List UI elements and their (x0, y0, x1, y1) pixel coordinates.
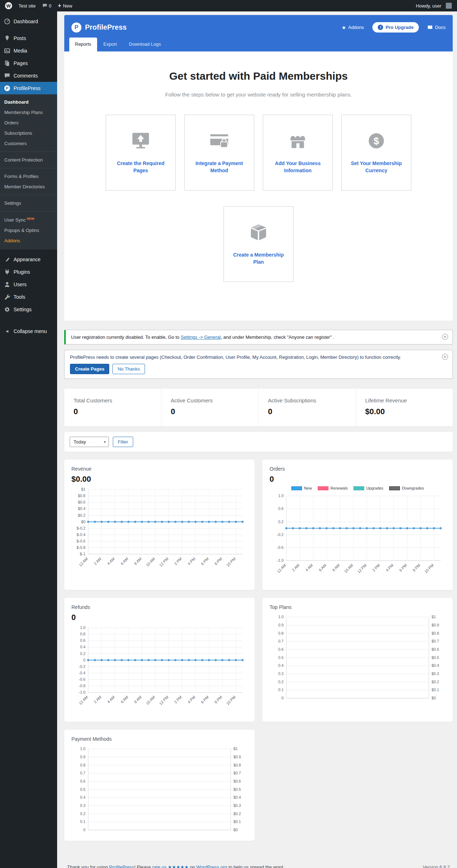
admin-sidebar: Dashboard Posts Media Pages Comments P (0, 11, 57, 868)
sidebar-item-plugins[interactable]: Plugins (0, 266, 57, 278)
svg-text:8 PM: 8 PM (412, 563, 421, 572)
submenu-item-user-sync[interactable]: User SyncNEW (0, 214, 57, 225)
svg-text:2 AM: 2 AM (291, 563, 300, 572)
stat-active-subscriptions: Active Subscriptions 0 (259, 389, 356, 426)
howdy-user-menu[interactable]: Howdy, user (416, 3, 452, 9)
stat-label: Lifetime Revenue (365, 397, 443, 403)
chart-value: 0 (270, 475, 446, 484)
svg-text:-0.6: -0.6 (277, 545, 284, 550)
submenu-item-dashboard[interactable]: Dashboard (0, 97, 57, 107)
svg-text:0.4: 0.4 (278, 664, 283, 668)
legend-swatch (389, 486, 400, 490)
profilepress-link[interactable]: ProfilePress (109, 864, 134, 868)
submenu-item-forms-profiles[interactable]: Forms & Profiles (0, 171, 57, 182)
no-thanks-button[interactable]: No Thanks (112, 364, 145, 374)
sidebar-item-label: Plugins (14, 269, 30, 275)
svg-text:10 PM: 10 PM (225, 556, 236, 567)
dismiss-notice-icon[interactable]: ✕ (442, 334, 448, 340)
top-plans-chart: 1.0$10.9$0.90.8$0.80.7$0.70.6$0.60.5$0.5… (270, 614, 446, 704)
legend-item-downgrades[interactable]: Downgrades (389, 486, 424, 490)
svg-text:0.3: 0.3 (80, 803, 85, 808)
header-addons-link[interactable]: ★ Addons (342, 25, 364, 30)
svg-text:$-0.2: $-0.2 (77, 526, 86, 530)
plug-icon (4, 268, 10, 275)
svg-text:$1: $1 (81, 487, 85, 491)
submenu-item-membership-plans[interactable]: Membership Plans (0, 107, 57, 118)
legend-item-upgrades[interactable]: Upgrades (353, 486, 383, 490)
svg-text:6 AM: 6 AM (120, 556, 129, 566)
submenu-item-member-directories[interactable]: Member Directories (0, 182, 57, 192)
comment-icon (42, 3, 47, 8)
card-integrate-payment-method[interactable]: Integrate a Payment Method (184, 115, 254, 190)
svg-text:0.6: 0.6 (80, 639, 85, 643)
rate-us-link[interactable]: rate us ★★★★★ (152, 864, 189, 868)
svg-text:0.9: 0.9 (278, 623, 283, 627)
reports-tab-bar: Reports Export Download Logs (64, 38, 453, 51)
filter-button[interactable]: Filter (113, 437, 133, 447)
sidebar-item-comments[interactable]: Comments (0, 69, 57, 82)
filter-period-select[interactable]: Today (70, 437, 109, 447)
sidebar-item-label: Dashboard (14, 19, 38, 24)
legend-item-renewals[interactable]: Renewals (318, 486, 348, 490)
svg-text:$0.6: $0.6 (233, 779, 241, 783)
sidebar-item-pages[interactable]: Pages (0, 57, 57, 69)
sidebar-item-users[interactable]: Users (0, 278, 57, 291)
svg-text:4 PM: 4 PM (187, 695, 196, 704)
submenu-item-addons[interactable]: Addons (0, 235, 57, 246)
svg-text:1.0: 1.0 (278, 615, 283, 619)
card-set-membership-currency[interactable]: $ Set Your Membership Currency (341, 115, 411, 190)
submenu-item-content-protection[interactable]: Content Protection (0, 155, 57, 165)
new-content-button[interactable]: + New (58, 3, 72, 9)
card-add-business-information[interactable]: Add Your Business Information (263, 115, 333, 190)
sidebar-item-media[interactable]: Media (0, 44, 57, 57)
svg-text:1.0: 1.0 (80, 747, 85, 751)
site-name-link[interactable]: Test site (19, 3, 36, 9)
dismiss-notice-icon[interactable]: ✕ (442, 354, 448, 360)
svg-text:-0.2: -0.2 (277, 532, 284, 537)
sidebar-item-profilepress[interactable]: P ProfilePress (0, 82, 57, 94)
wordpress-org-link[interactable]: WordPress.org (196, 864, 227, 868)
sidebar-item-tools[interactable]: Tools (0, 291, 57, 303)
submenu-item-customers[interactable]: Customers (0, 138, 57, 149)
collapse-menu-button[interactable]: ◀ Collapse menu (0, 325, 57, 337)
profilepress-logo: P ProfilePress (71, 23, 127, 33)
header-docs-link[interactable]: Docs (427, 25, 446, 30)
submenu-item-popups-optins[interactable]: Popups & Optins (0, 225, 57, 235)
card-create-required-pages[interactable]: Create the Required Pages (106, 115, 176, 190)
svg-text:0.2: 0.2 (80, 812, 85, 816)
pro-upgrade-button[interactable]: i Pro Upgrade (372, 22, 419, 33)
svg-text:$0: $0 (233, 828, 238, 832)
tab-reports[interactable]: Reports (69, 38, 97, 51)
sidebar-item-dashboard[interactable]: Dashboard (0, 15, 57, 28)
card-create-membership-plan[interactable]: Create a Membership Plan (224, 206, 293, 282)
revenue-chart: $1$0.8$0.6$0.4$0.2$0$-0.2$-0.4$-0.6$-0.8… (71, 486, 247, 579)
sidebar-item-settings[interactable]: Settings (0, 303, 57, 316)
admin-menu-lower: Appearance Plugins Users Tools Settings … (0, 253, 57, 337)
comments-admin-link[interactable]: 0 (42, 3, 51, 9)
card-label: Integrate a Payment Method (185, 160, 254, 174)
svg-text:10 AM: 10 AM (343, 563, 354, 574)
profilepress-header-block: P ProfilePress ★ Addons i Pro Upgrade Do… (64, 15, 453, 51)
legend-item-new[interactable]: New (291, 486, 312, 490)
submenu-item-subscriptions[interactable]: Subscriptions (0, 128, 57, 138)
settings-general-link[interactable]: Settings -> General (181, 334, 221, 340)
sidebar-item-appearance[interactable]: Appearance (0, 253, 57, 266)
chart-title: Refunds (71, 604, 247, 610)
svg-text:10 AM: 10 AM (145, 695, 156, 706)
sidebar-item-posts[interactable]: Posts (0, 32, 57, 44)
create-pages-button[interactable]: Create Pages (70, 364, 109, 374)
submenu-divider (0, 168, 57, 168)
filter-bar: Today ▾ Filter (64, 432, 453, 452)
tab-export[interactable]: Export (98, 38, 123, 51)
svg-text:1.0: 1.0 (80, 625, 85, 630)
tab-download-logs[interactable]: Download Logs (123, 38, 167, 51)
svg-text:6 AM: 6 AM (318, 563, 327, 572)
submenu-item-orders[interactable]: Orders (0, 118, 57, 128)
card-label: Add Your Business Information (263, 160, 332, 174)
wordpress-logo-icon[interactable]: W (5, 2, 12, 9)
stat-active-customers: Active Customers 0 (161, 389, 258, 426)
svg-text:$0.3: $0.3 (432, 671, 439, 676)
submenu-item-settings[interactable]: Settings (0, 198, 57, 208)
info-icon: i (378, 25, 383, 30)
svg-text:0.5: 0.5 (80, 787, 85, 792)
